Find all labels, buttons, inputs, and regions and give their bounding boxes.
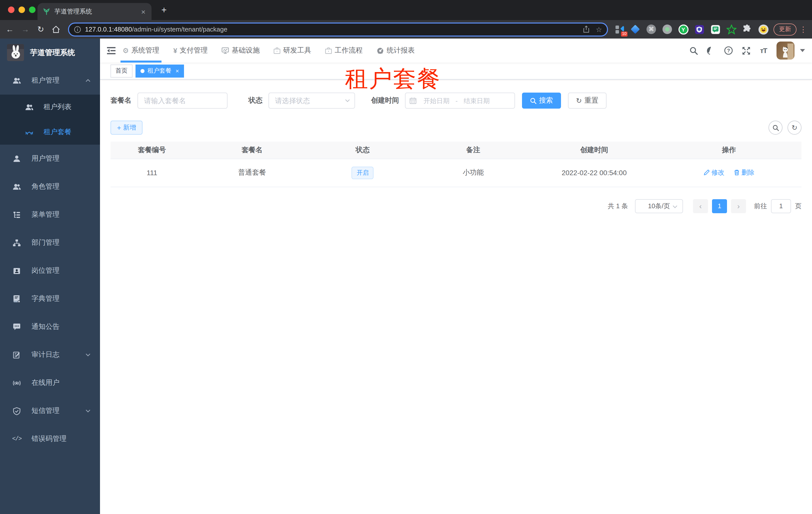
goto-page-input[interactable] [771,199,791,213]
extension-star-icon[interactable] [726,24,736,34]
pagination: 共 1 条 10条/页 ‹ 1 › 前往 页 [100,199,802,213]
sidebar-item-tenant-package[interactable]: 租户套餐 [0,119,100,145]
col-header-remark: 备注 [414,142,532,159]
refresh-button[interactable]: ↻ [787,120,802,135]
bookmark-star-icon[interactable]: ☆ [596,25,602,33]
share-icon[interactable] [583,26,590,33]
cell-actions: 修改 删除 [657,159,802,187]
extension-gem-icon[interactable] [630,24,640,34]
cell-create-time: 2022-02-22 00:54:00 [532,159,657,187]
help-icon[interactable]: ? [724,46,733,55]
search-icon[interactable] [689,46,698,55]
app-logo-icon [7,44,24,61]
sidebar-item-tenant-management[interactable]: 租户管理 [0,66,100,94]
sidebar-item-sms-management[interactable]: 短信管理 [0,397,100,425]
extension-y-icon[interactable]: Y [678,24,689,34]
status-select[interactable] [268,92,355,109]
sidebar-item-post-management[interactable]: 岗位管理 [0,257,100,285]
window-controls [8,6,35,13]
sidebar-item-error-code[interactable]: </> 错误码管理 [0,425,100,453]
sidebar-item-label: 通知公告 [31,322,59,331]
refresh-icon: ↻ [576,97,582,104]
reload-button[interactable]: ↻ [33,25,49,34]
end-date-input[interactable] [459,97,495,104]
extension-record-icon[interactable] [662,24,672,34]
sidebar-item-notice[interactable]: 通知公告 [0,313,100,341]
caret-down-icon[interactable] [800,49,805,52]
window-zoom-button[interactable] [29,6,35,13]
tag-home[interactable]: 首页 [111,64,133,77]
profile-avatar-icon[interactable] [758,24,768,34]
home-button[interactable] [49,25,64,33]
sidebar-logo-row[interactable]: 芋道管理系统 [0,38,100,66]
tag-close-icon[interactable]: × [175,67,179,74]
extension-shield-icon[interactable] [694,24,704,34]
search-button[interactable]: 搜索 [522,92,561,109]
tab-title: 芋道管理系统 [55,7,140,16]
chevron-down-icon [672,204,678,210]
current-page-button[interactable]: 1 [712,199,727,213]
prev-page-button[interactable]: ‹ [693,199,708,213]
sidebar-collapse-icon[interactable] [100,47,122,54]
extension-chat-icon[interactable] [710,24,721,34]
tab-close-icon[interactable]: × [140,8,146,15]
top-menu-system[interactable]: ⚙ 系统管理 [122,38,159,62]
sidebar-item-user-management[interactable]: 用户管理 [0,145,100,173]
tags-view-bar: 首页 租户套餐 × [100,62,812,80]
top-menu-workflow[interactable]: 工作流程 [325,38,363,62]
browser-update-button[interactable]: 更新 [774,23,796,35]
github-icon[interactable] [706,46,716,55]
back-button[interactable]: ← [2,25,18,34]
svg-text:?: ? [727,48,730,53]
toolbar-right: ↻ [763,120,802,135]
top-menu: ⚙ 系统管理 ¥ 支付管理 基础设施 研发工具 [122,38,429,62]
window-minimize-button[interactable] [19,6,25,13]
font-size-icon[interactable]: тT [759,46,768,55]
top-menu-payment[interactable]: ¥ 支付管理 [173,38,208,62]
next-page-button[interactable]: › [731,199,746,213]
top-menu-devtools[interactable]: 研发工具 [274,38,311,62]
screen: 芋道管理系统 × + ← → ↻ 127.0.0.1:48080/admin-u… [0,0,812,514]
start-date-input[interactable] [418,97,455,104]
browser-menu-icon[interactable]: ⋮ [800,25,807,34]
site-info-icon[interactable] [74,26,81,33]
app-title: 芋道管理系统 [30,48,75,57]
edit-link[interactable]: 修改 [703,168,725,177]
sidebar-item-label: 错误码管理 [31,434,66,443]
add-button-label: 新增 [123,123,136,132]
browser-tab[interactable]: 芋道管理系统 × [37,3,151,20]
extension-command-icon[interactable]: ⌘ [646,24,657,34]
fullscreen-icon[interactable] [742,46,751,55]
top-menu-reports[interactable]: 统计报表 [377,38,415,62]
extension-grid-icon[interactable]: 10 [614,24,625,34]
sidebar-item-menu-management[interactable]: 菜单管理 [0,201,100,229]
url-bar[interactable]: 127.0.0.1:48080/admin-ui/system/tenant/p… [68,22,608,36]
sidebar-item-tenant-list[interactable]: 租户列表 [0,94,100,119]
sidebar-item-online-users[interactable]: 在线用户 [0,369,100,397]
status-select-input[interactable] [268,92,355,109]
delete-link[interactable]: 删除 [733,168,754,177]
tag-tenant-package[interactable]: 租户套餐 × [136,64,184,77]
add-button[interactable]: + 新增 [111,120,143,135]
package-name-input[interactable] [138,92,228,109]
sidebar-item-dict-management[interactable]: 字典管理 [0,285,100,313]
top-menu-infrastructure[interactable]: 基础设施 [222,38,260,62]
sidebar-item-label: 短信管理 [31,406,59,415]
new-tab-button[interactable]: + [158,5,170,15]
dashboard-icon [377,47,384,54]
reset-button[interactable]: ↻ 重置 [568,92,606,109]
sidebar-item-role-management[interactable]: 角色管理 [0,173,100,201]
cell-status: 开启 [311,159,415,187]
org-tree-icon [12,239,21,247]
main-area: ⚙ 系统管理 ¥ 支付管理 基础设施 研发工具 [100,38,812,514]
sidebar-item-dept-management[interactable]: 部门管理 [0,229,100,257]
window-close-button[interactable] [8,6,14,13]
extensions-puzzle-icon[interactable] [742,24,753,34]
peoples-icon [12,76,21,85]
page-size-select[interactable]: 10条/页 [635,199,683,213]
forward-button[interactable]: → [18,25,33,34]
user-avatar[interactable] [777,42,794,59]
toggle-search-button[interactable] [768,120,783,135]
date-range-picker[interactable]: - [405,92,515,109]
sidebar-item-audit-log[interactable]: 审计日志 [0,341,100,369]
